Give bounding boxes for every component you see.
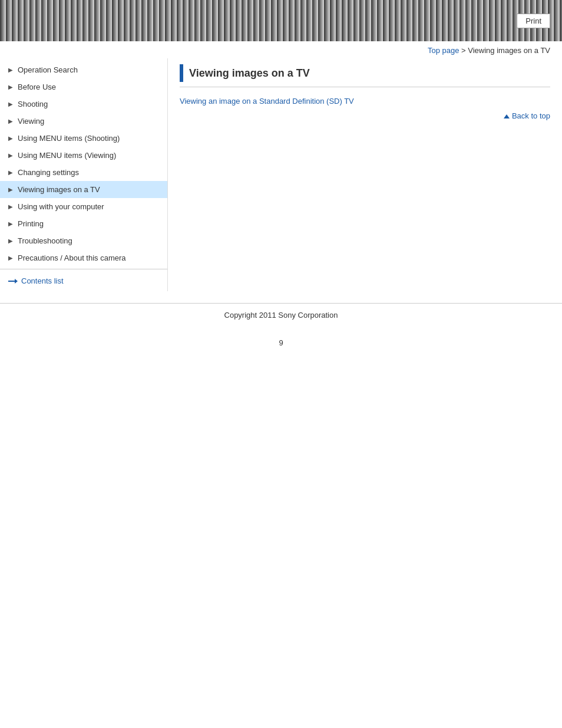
breadcrumb: Top page > Viewing images on a TV <box>0 41 562 58</box>
sidebar-footer: Contents list <box>0 269 167 291</box>
sidebar-item-label: Troubleshooting <box>18 236 72 245</box>
arrow-right-icon <box>8 278 18 284</box>
sidebar-item-label: Printing <box>18 219 44 228</box>
contents-list-link[interactable]: Contents list <box>8 276 161 285</box>
sd-tv-link[interactable]: Viewing an image on a Standard Definitio… <box>180 97 550 106</box>
sidebar-item-label: Operation Search <box>18 65 78 74</box>
page-number: 9 <box>0 327 562 359</box>
sidebar-item-before-use[interactable]: ▶Before Use <box>0 78 167 95</box>
sidebar-item-viewing[interactable]: ▶Viewing <box>0 113 167 130</box>
sidebar-item-label: Using with your computer <box>18 202 104 211</box>
sidebar-item-using-computer[interactable]: ▶Using with your computer <box>0 198 167 215</box>
sidebar-item-label: Viewing <box>18 117 44 126</box>
sidebar-item-operation-search[interactable]: ▶Operation Search <box>0 61 167 78</box>
breadcrumb-top-page[interactable]: Top page <box>428 46 459 55</box>
sidebar-arrow-icon: ▶ <box>8 135 13 141</box>
sidebar-item-label: Viewing images on a TV <box>18 185 100 194</box>
sidebar-arrow-icon: ▶ <box>8 84 13 90</box>
sidebar-arrow-icon: ▶ <box>8 203 13 210</box>
breadcrumb-current: Viewing images on a TV <box>468 46 550 55</box>
sidebar-arrow-icon: ▶ <box>8 186 13 193</box>
sidebar-item-shooting[interactable]: ▶Shooting <box>0 95 167 113</box>
sidebar-item-using-menu-viewing[interactable]: ▶Using MENU items (Viewing) <box>0 147 167 164</box>
sidebar-arrow-icon: ▶ <box>8 238 13 244</box>
page-footer: Copyright 2011 Sony Corporation <box>0 303 562 327</box>
copyright-text: Copyright 2011 Sony Corporation <box>224 311 338 319</box>
sidebar-item-label: Shooting <box>18 100 48 108</box>
back-to-top-link[interactable]: Back to top <box>504 111 550 120</box>
contents-list-label: Contents list <box>21 276 64 285</box>
sidebar: ▶Operation Search▶Before Use▶Shooting▶Vi… <box>0 58 168 291</box>
sidebar-arrow-icon: ▶ <box>8 220 13 227</box>
sidebar-arrow-icon: ▶ <box>8 101 13 107</box>
sidebar-item-changing-settings[interactable]: ▶Changing settings <box>0 164 167 181</box>
sidebar-item-troubleshooting[interactable]: ▶Troubleshooting <box>0 232 167 249</box>
sidebar-arrow-icon: ▶ <box>8 255 13 261</box>
sidebar-arrow-icon: ▶ <box>8 67 13 73</box>
sidebar-item-label: Precautions / About this camera <box>18 253 126 262</box>
sidebar-item-label: Before Use <box>18 83 56 91</box>
sidebar-item-label: Changing settings <box>18 168 79 177</box>
sidebar-item-label: Using MENU items (Viewing) <box>18 151 116 160</box>
triangle-up-icon <box>504 114 510 118</box>
content-area: Viewing images on a TV Viewing an image … <box>168 58 562 291</box>
sidebar-arrow-icon: ▶ <box>8 118 13 124</box>
sidebar-item-label: Using MENU items (Shooting) <box>18 134 120 143</box>
sidebar-arrow-icon: ▶ <box>8 169 13 176</box>
back-to-top-label: Back to top <box>512 111 550 120</box>
back-to-top: Back to top <box>180 111 550 120</box>
header-bar: Print <box>0 0 562 41</box>
sidebar-item-using-menu-shooting[interactable]: ▶Using MENU items (Shooting) <box>0 130 167 147</box>
sidebar-item-precautions[interactable]: ▶Precautions / About this camera <box>0 249 167 266</box>
blue-bar-accent <box>180 64 183 82</box>
page-title: Viewing images on a TV <box>189 67 550 80</box>
sidebar-item-viewing-images-tv[interactable]: ▶Viewing images on a TV <box>0 181 167 198</box>
page-title-row: Viewing images on a TV <box>180 64 550 87</box>
breadcrumb-separator: > <box>459 46 468 55</box>
print-button[interactable]: Print <box>517 14 550 28</box>
sidebar-item-printing[interactable]: ▶Printing <box>0 215 167 232</box>
main-layout: ▶Operation Search▶Before Use▶Shooting▶Vi… <box>0 58 562 291</box>
sidebar-arrow-icon: ▶ <box>8 152 13 159</box>
